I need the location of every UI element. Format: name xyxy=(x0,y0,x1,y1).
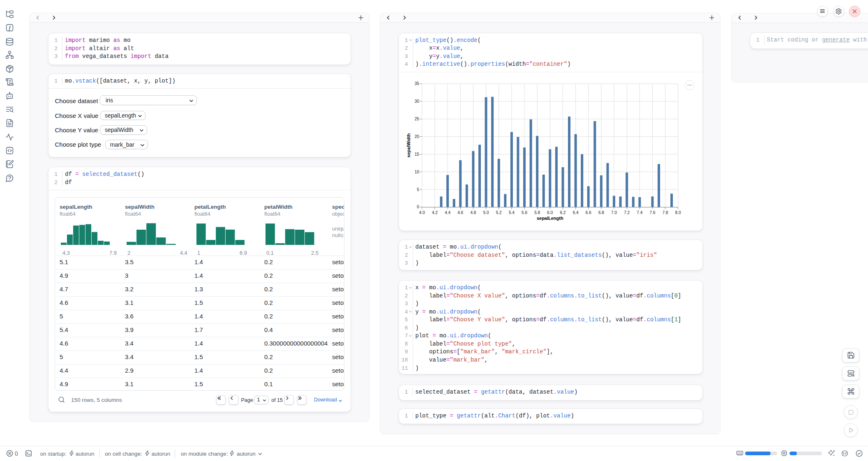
svg-text:4.6: 4.6 xyxy=(457,210,463,215)
svg-text:sepalLength: sepalLength xyxy=(536,215,563,220)
svg-text:4.2: 4.2 xyxy=(432,210,437,215)
svg-text:30: 30 xyxy=(414,99,419,104)
svg-text:5.4: 5.4 xyxy=(508,210,514,215)
svg-text:10: 10 xyxy=(414,169,419,174)
svg-text:f: f xyxy=(9,25,11,31)
svg-text:7.8: 7.8 xyxy=(662,210,668,215)
svg-text:6.2: 6.2 xyxy=(560,210,566,215)
svg-text:7.0: 7.0 xyxy=(611,210,617,215)
svg-text:8.0: 8.0 xyxy=(675,210,681,215)
svg-text:15: 15 xyxy=(414,152,419,156)
svg-text:5.0: 5.0 xyxy=(483,210,489,215)
svg-text:35: 35 xyxy=(414,81,419,86)
svg-text:20: 20 xyxy=(414,134,419,139)
svg-text:0: 0 xyxy=(417,205,419,209)
svg-text:25: 25 xyxy=(414,117,419,121)
svg-text:6.6: 6.6 xyxy=(585,210,591,215)
svg-text:4.4: 4.4 xyxy=(445,210,450,215)
svg-text:7.6: 7.6 xyxy=(649,210,655,215)
svg-text:7.4: 7.4 xyxy=(637,210,642,215)
svg-text:6.4: 6.4 xyxy=(573,210,578,215)
svg-text:sepalWidth: sepalWidth xyxy=(406,133,411,157)
svg-text:4.0: 4.0 xyxy=(419,210,425,215)
svg-text:6.8: 6.8 xyxy=(598,210,604,215)
svg-text:5: 5 xyxy=(417,187,419,191)
svg-text:5.6: 5.6 xyxy=(522,210,527,215)
svg-text:5.2: 5.2 xyxy=(496,210,501,215)
svg-text:5.8: 5.8 xyxy=(534,210,540,215)
svg-text:4.8: 4.8 xyxy=(470,210,476,215)
svg-text:6.0: 6.0 xyxy=(547,210,553,215)
svg-text:7.2: 7.2 xyxy=(624,210,630,215)
